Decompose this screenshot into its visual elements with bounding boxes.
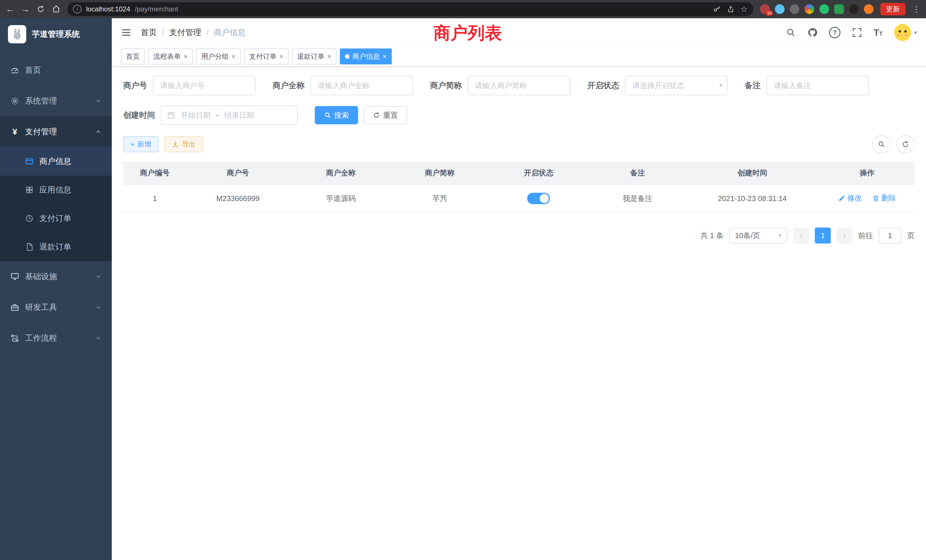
page-content: 商户号 商户全称 商户简称 开启状态 [112, 67, 926, 560]
tab-pay-orders[interactable]: 支付订单× [244, 48, 289, 64]
close-icon[interactable]: × [232, 53, 236, 61]
chevron-down-icon [95, 304, 101, 310]
delete-link[interactable]: 删除 [872, 193, 896, 203]
chevron-up-icon [95, 129, 101, 135]
tab-merchant-info[interactable]: 商户信息× [340, 48, 392, 64]
end-date-placeholder: 结束日期 [224, 110, 254, 120]
sidebar-item-home[interactable]: 首页 [0, 55, 112, 86]
payment-submenu: 商户信息 应用信息 支付订单 退款订单 [0, 147, 112, 261]
extension-icon[interactable]: 10 [760, 4, 770, 14]
search-icon[interactable] [786, 27, 796, 38]
reset-button[interactable]: 重置 [364, 106, 407, 124]
prev-page-button[interactable]: ‹ [793, 227, 809, 244]
app-logo[interactable]: 芋道管理系统 [0, 18, 112, 50]
site-info-icon[interactable]: i [73, 5, 82, 14]
card-icon [25, 157, 34, 166]
browser-update-button[interactable]: 更新 [881, 3, 905, 15]
sidebar-item-system[interactable]: 系统管理 [0, 86, 112, 117]
trash-icon [872, 194, 879, 202]
toggle-search-button[interactable] [872, 135, 891, 153]
extension-icon[interactable] [790, 4, 799, 14]
annotation-merchant-list: 商户列表 [433, 22, 502, 45]
edit-link[interactable]: 修改 [838, 193, 862, 203]
hamburger-icon[interactable] [121, 27, 132, 38]
sidebar-item-refund-orders[interactable]: 退款订单 [0, 233, 112, 261]
sidebar-item-merchant-info[interactable]: 商户信息 [0, 147, 112, 176]
short-name-input[interactable] [468, 76, 570, 95]
status-toggle[interactable] [527, 193, 550, 204]
create-time-range-picker[interactable]: 开始日期 - 结束日期 [161, 106, 298, 125]
plus-icon: + [130, 140, 135, 148]
extension-icon[interactable] [819, 4, 829, 14]
font-size-icon[interactable]: TT [873, 27, 883, 38]
key-icon[interactable] [713, 5, 721, 13]
sidebar-item-dev-tools[interactable]: 研发工具 [0, 292, 112, 323]
cell-remark: 我是备注 [590, 185, 685, 212]
sidebar-item-infrastructure[interactable]: 基础设施 [0, 261, 112, 292]
extension-icon[interactable] [864, 4, 873, 14]
col-full-name: 商户全称 [289, 161, 392, 185]
github-icon[interactable] [807, 27, 818, 38]
close-icon[interactable]: × [184, 53, 188, 61]
breadcrumb-home[interactable]: 首页 [141, 27, 157, 38]
refresh-table-button[interactable] [896, 135, 915, 153]
extension-icon[interactable] [834, 4, 844, 14]
col-create-time: 创建时间 [685, 161, 820, 185]
chevron-down-icon [95, 98, 101, 104]
remark-input[interactable] [766, 76, 869, 95]
workflow-icon [10, 334, 20, 343]
dashboard-icon [10, 65, 20, 75]
back-icon[interactable]: ← [6, 5, 14, 14]
toolbox-icon [10, 303, 20, 312]
add-button[interactable]: + 新增 [123, 136, 159, 152]
main-area: 首页 / 支付管理 / 商户信息 ? TT ▾ [112, 18, 926, 560]
home-icon[interactable] [52, 5, 61, 14]
sidebar-item-workflow[interactable]: 工作流程 [0, 323, 112, 354]
extension-icon[interactable] [805, 4, 814, 14]
cell-short-name: 芋艿 [392, 185, 487, 212]
browser-menu-icon[interactable]: ⋮ [912, 5, 920, 14]
help-icon[interactable]: ? [829, 27, 840, 38]
page-size-select[interactable]: 10条/页 ▾ [729, 227, 787, 244]
fullscreen-icon[interactable] [852, 27, 862, 38]
export-button[interactable]: 导出 [164, 136, 203, 152]
top-navbar: 首页 / 支付管理 / 商户信息 ? TT ▾ [112, 18, 926, 47]
next-page-button[interactable]: › [837, 227, 852, 244]
monitor-icon [10, 272, 20, 281]
full-name-input[interactable] [310, 76, 413, 95]
extension-icon[interactable] [775, 4, 785, 14]
status-select[interactable] [625, 76, 728, 95]
extension-badge: 10 [766, 11, 773, 16]
close-icon[interactable]: × [383, 53, 387, 61]
cell-merchant-no: M233666999 [186, 185, 289, 212]
extension-icon[interactable] [849, 4, 859, 14]
status-label: 开启状态 [587, 80, 619, 91]
goto-page-input[interactable] [879, 227, 902, 244]
search-button[interactable]: 搜索 [315, 106, 358, 124]
goto-unit: 页 [907, 231, 915, 241]
close-icon[interactable]: × [327, 53, 331, 61]
sidebar-item-app-info[interactable]: 应用信息 [0, 176, 112, 204]
sidebar-item-payment[interactable]: ¥ 支付管理 [0, 117, 112, 147]
gear-icon [10, 96, 20, 106]
breadcrumb-payment[interactable]: 支付管理 [169, 27, 201, 38]
tab-home[interactable]: 首页 [121, 48, 145, 64]
merchant-no-input[interactable] [153, 76, 256, 95]
forward-icon[interactable]: → [21, 5, 30, 14]
share-icon[interactable] [727, 5, 735, 13]
sidebar-item-pay-orders[interactable]: 支付订单 [0, 204, 112, 233]
tab-user-group[interactable]: 用户分组× [196, 48, 241, 64]
search-icon [324, 112, 331, 119]
tab-refund-orders[interactable]: 退款订单× [292, 48, 336, 64]
tab-process-form[interactable]: 流程表单× [148, 48, 193, 64]
clock-icon [25, 214, 34, 223]
page-number-1[interactable]: 1 [815, 227, 831, 244]
address-bar[interactable]: i localhost:1024/pay/merchant ☆ [67, 2, 753, 16]
close-icon[interactable]: × [279, 53, 283, 61]
total-count: 共 1 条 [701, 231, 723, 241]
reload-icon[interactable] [36, 5, 45, 14]
user-menu[interactable]: ▾ [894, 24, 917, 41]
bookmark-star-icon[interactable]: ☆ [740, 5, 747, 14]
url-host: localhost:1024 [86, 5, 130, 13]
document-icon [25, 243, 34, 251]
